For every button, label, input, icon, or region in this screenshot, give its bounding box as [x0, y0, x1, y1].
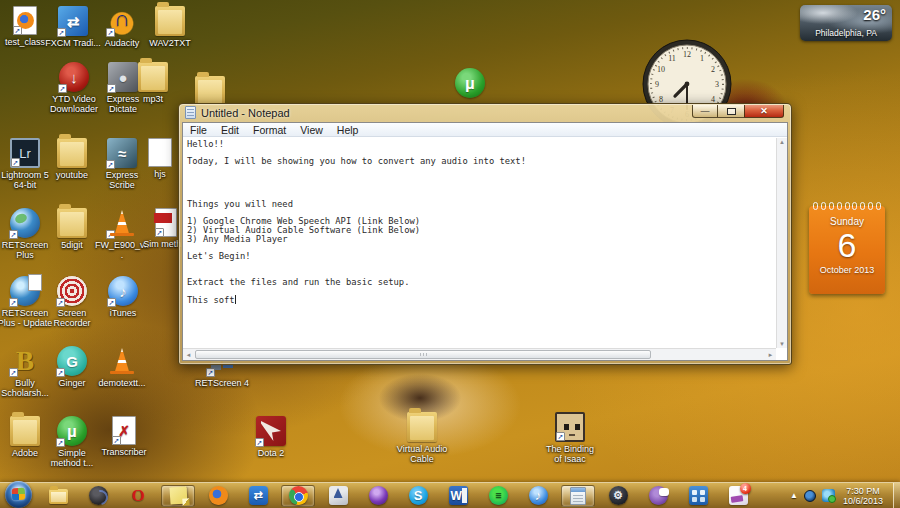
shortcut-arrow-icon: ➚: [155, 228, 164, 237]
desktop-icon-ginger[interactable]: G ➚ Ginger: [44, 346, 100, 388]
desktop-icon-ytd-video-downloader[interactable]: ↓ ➚ YTD Video Downloader: [46, 62, 102, 114]
shortcut-arrow-icon: ➚: [107, 298, 116, 307]
show-hidden-icons-arrow[interactable]: ▲: [790, 491, 798, 500]
menu-view[interactable]: View: [293, 124, 330, 136]
calendar-month-year: October 2013: [809, 265, 885, 275]
shortcut-arrow-icon: ➚: [106, 28, 115, 37]
desktop-icon-label: iTunes: [95, 308, 151, 318]
maximize-button[interactable]: [718, 105, 744, 118]
network-icon[interactable]: [822, 489, 835, 502]
taskbar-item-eclipse[interactable]: [361, 485, 395, 507]
desktop-icon-demotext-vlc[interactable]: ➚ demotextt...: [94, 346, 150, 388]
horizontal-scrollbar[interactable]: ◄ ►: [183, 348, 776, 360]
taskbar-item-pidgin[interactable]: [641, 485, 675, 507]
weather-location: Philadelphia, PA: [800, 28, 892, 38]
taskbar-item-steam[interactable]: ⚙: [601, 485, 635, 507]
taskbar: O ⇄ S W ≡ ♪ ⚙ 4 ▲ 7:30 PM 10/6/2013: [0, 482, 900, 508]
svg-text:3: 3: [715, 80, 719, 89]
taskbar-item-media-player[interactable]: [81, 485, 115, 507]
shortcut-arrow-icon: ➚: [9, 368, 18, 377]
taskbar-item-chrome[interactable]: [281, 485, 315, 507]
spotify-icon: ≡: [489, 486, 508, 505]
taskbar-item-itunes[interactable]: ♪: [521, 485, 555, 507]
taskbar-item-sticky-notes[interactable]: [161, 485, 195, 507]
desktop-icon-label: demotextt...: [94, 378, 150, 388]
taskbar-item-word[interactable]: W: [441, 485, 475, 507]
shortcut-arrow-icon: ➚: [13, 26, 22, 35]
steam-icon: ⚙: [609, 486, 628, 505]
desktop-icon-label: youtube: [44, 170, 100, 180]
clock-date: 10/6/2013: [843, 496, 883, 506]
desktop-icon-utorrent[interactable]: µ ➚: [442, 68, 498, 98]
desktop-wallpaper: ➚ test_class ⇄ ➚ FXCM Tradi... ∩ ➚ Audac…: [0, 0, 900, 508]
desktop-icon-label: The Binding of Isaac: [542, 444, 598, 464]
taskbar-item-skype[interactable]: S: [401, 485, 435, 507]
scroll-right-arrow[interactable]: ►: [765, 352, 776, 358]
scroll-up-arrow[interactable]: ▲: [779, 139, 785, 145]
word-icon: W: [449, 486, 468, 505]
taskbar-item-penguin-app[interactable]: [321, 485, 355, 507]
desktop-icon-binding-of-isaac[interactable]: ➚ The Binding of Isaac: [542, 412, 598, 464]
svg-text:10: 10: [657, 65, 665, 74]
skype-icon: S: [409, 486, 428, 505]
start-button[interactable]: [5, 481, 32, 508]
scroll-left-arrow[interactable]: ◄: [183, 352, 194, 358]
taskbar-item-explorer[interactable]: [41, 485, 75, 507]
weather-temperature: 26°: [863, 6, 886, 23]
desktop-icon-drive-folder[interactable]: ➚: [182, 76, 238, 106]
desktop-icon-mp3t-folder[interactable]: ➚ mp3t: [125, 62, 181, 104]
notepad-window: Untitled - Notepad — ✕ File Edit Format …: [178, 103, 792, 365]
weather-gadget[interactable]: 26° Philadelphia, PA: [800, 5, 892, 41]
shortcut-arrow-icon: ➚: [56, 368, 65, 377]
desktop-icon-simple-method-utorrent[interactable]: µ ➚ Simple method t...: [44, 416, 100, 468]
svg-text:2: 2: [711, 65, 715, 74]
penguin-app-icon: [329, 486, 348, 505]
menu-file[interactable]: File: [183, 124, 214, 136]
taskbar-item-opera[interactable]: O: [121, 485, 155, 507]
desktop-icon-label: Screen Recorder: [44, 308, 100, 328]
scroll-down-arrow[interactable]: ▼: [779, 341, 785, 347]
shortcut-arrow-icon: ➚: [9, 230, 18, 239]
shortcut-arrow-icon: ➚: [9, 298, 18, 307]
notepad-icon: [185, 106, 196, 119]
close-button[interactable]: ✕: [744, 105, 784, 118]
desktop-icon-label: Simple method t...: [44, 448, 100, 468]
menu-help[interactable]: Help: [330, 124, 366, 136]
svg-text:12: 12: [683, 50, 691, 59]
desktop-icon-itunes[interactable]: ♪ ➚ iTunes: [95, 276, 151, 318]
taskbar-item-desktop-gadgets[interactable]: [681, 485, 715, 507]
desktop-icon-transcriber[interactable]: ✗ ➚ Transcriber: [96, 416, 152, 457]
horizontal-scroll-thumb[interactable]: [195, 350, 651, 359]
taskbar-item-notepad[interactable]: [561, 485, 595, 507]
desktop-icon-fxcm-trading[interactable]: ⇄ ➚ FXCM Tradi...: [45, 6, 101, 48]
notepad-text-area[interactable]: Hello!! Today, I will be showing you how…: [183, 138, 776, 348]
desktop-icon-label: Dota 2: [243, 448, 299, 458]
desktop-icon-5digit-folder[interactable]: ➚ 5digit: [44, 208, 100, 250]
taskbar-item-teamviewer[interactable]: ⇄: [241, 485, 275, 507]
menu-edit[interactable]: Edit: [214, 124, 246, 136]
menu-format[interactable]: Format: [246, 124, 293, 136]
taskbar-clock[interactable]: 7:30 PM 10/6/2013: [841, 486, 889, 506]
show-desktop-button[interactable]: [893, 483, 900, 508]
desktop-icon-youtube-folder[interactable]: ➚ youtube: [44, 138, 100, 180]
desktop-icon-label: FXCM Tradi...: [45, 38, 101, 48]
desktop-icon-wav2txt-folder[interactable]: ➚ WAV2TXT: [142, 6, 198, 48]
opera-icon: O: [129, 486, 148, 505]
notepad-menubar: File Edit Format View Help: [183, 123, 787, 137]
taskbar-item-spotify[interactable]: ≡: [481, 485, 515, 507]
notepad-client-area: File Edit Format View Help Hello!! Today…: [182, 122, 788, 361]
desktop-icon-label: 5digit: [44, 240, 100, 250]
sticky-notes-icon: [169, 486, 187, 504]
vertical-scrollbar[interactable]: ▲ ▼: [776, 138, 787, 348]
tray-app-icon[interactable]: [804, 490, 816, 502]
desktop-icon-label: Transcriber: [96, 447, 152, 457]
desktop-icon-screen-recorder[interactable]: ➚ Screen Recorder: [44, 276, 100, 328]
desktop-icon-dota-2[interactable]: ➚ Dota 2: [243, 416, 299, 458]
desktop-icon-virtual-audio-cable-folder[interactable]: ➚ Virtual Audio Cable: [394, 412, 450, 464]
minimize-button[interactable]: —: [692, 105, 718, 118]
desktop-icon-label: YTD Video Downloader: [46, 94, 102, 114]
taskbar-item-messenger[interactable]: 4: [721, 485, 755, 507]
shortcut-arrow-icon: ➚: [58, 84, 67, 93]
taskbar-item-firefox[interactable]: [201, 485, 235, 507]
calendar-gadget[interactable]: Sunday 6 October 2013: [809, 206, 885, 294]
